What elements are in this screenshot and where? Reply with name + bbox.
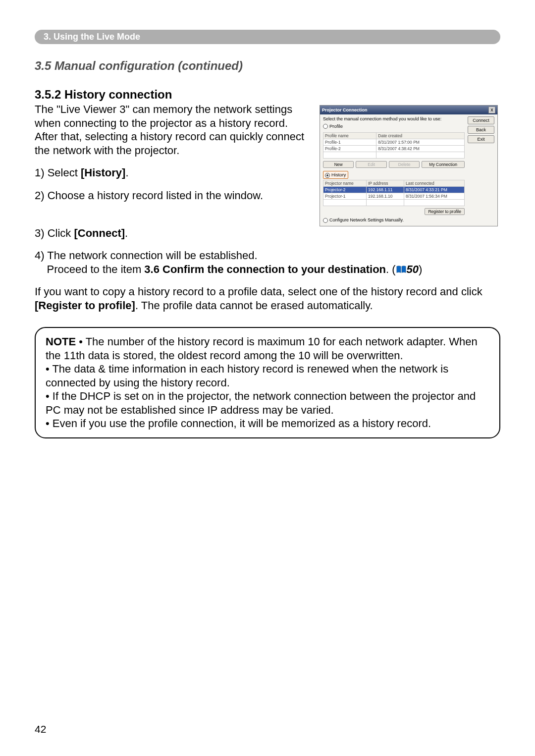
step-3: 3) Click [Connect]. <box>35 226 500 240</box>
radio-history[interactable]: History <box>323 171 348 178</box>
history-header-name: Projector name <box>323 180 367 186</box>
copy-bold: [Register to profile] <box>35 299 135 312</box>
radio-profile-label: Profile <box>329 123 343 129</box>
close-icon[interactable]: x <box>488 107 495 113</box>
book-icon <box>396 265 407 274</box>
radio-icon <box>323 124 328 129</box>
my-connection-button[interactable]: My Connection <box>422 161 465 168</box>
page-number: 42 <box>35 723 46 735</box>
new-button[interactable]: New <box>323 161 354 168</box>
heading: 3.5.2 History connection <box>35 88 500 102</box>
note-box: NOTE • The number of the history record … <box>35 327 500 438</box>
radio-icon <box>323 218 328 223</box>
dialog-titlebar: Projector Connection x <box>320 106 497 114</box>
table-row[interactable]: Projector-1 192.168.1.10 8/31/2007 1:56:… <box>323 193 465 199</box>
page: 3. Using the Live Mode 3.5 Manual config… <box>0 0 535 756</box>
radio-history-label: History <box>331 172 346 177</box>
register-to-profile-button[interactable]: Register to profile <box>425 208 465 215</box>
exit-button[interactable]: Exit <box>468 135 494 143</box>
note-bullet-4: • Even if you use the profile connection… <box>46 417 431 430</box>
note-bullet-3: • If the DHCP is set on in the projector… <box>46 390 476 416</box>
radio-manual[interactable]: Configure Network Settings Manually. <box>323 217 465 223</box>
copy-post: . The profile data cannot be erased auto… <box>135 299 373 312</box>
subtitle: 3.5 Manual configuration (continued) <box>35 59 500 73</box>
delete-button[interactable]: Delete <box>389 161 420 168</box>
copy-pre: If you want to copy a history record to … <box>35 285 482 298</box>
table-row <box>323 152 465 159</box>
table-row[interactable]: Profile-1 8/31/2007 1:57:00 PM <box>323 139 465 146</box>
content-wrap: The "Live Viewer 3" can memory the netwo… <box>35 103 500 226</box>
radio-profile[interactable]: Profile <box>323 123 465 131</box>
screenshot: Projector Connection x Select the manual… <box>320 105 500 226</box>
step-1: 1) Select [History]. <box>35 166 310 180</box>
back-button[interactable]: Back <box>468 126 494 134</box>
section-bar: 3. Using the Live Mode <box>35 30 500 44</box>
fullwidth-text: 3) Click [Connect]. 4) The network conne… <box>35 226 500 313</box>
note-bullet-1: • The number of the history record is ma… <box>46 335 478 362</box>
radio-manual-label: Configure Network Settings Manually. <box>329 217 404 222</box>
profile-table: Profile name Date created Profile-1 8/31… <box>323 132 465 159</box>
history-header-ip: IP address <box>366 180 404 186</box>
dialog-right-buttons: Connect Back Exit <box>468 116 494 223</box>
profile-header-name: Profile name <box>323 133 376 139</box>
step4-line2-bold: 3.6 Confirm the connection to your desti… <box>144 263 386 275</box>
step1-bold: [History] <box>81 166 125 179</box>
dialog-left: Select the manual connection method you … <box>323 116 465 223</box>
copy-paragraph: If you want to copy a history record to … <box>35 285 500 312</box>
step3-pre: 3) Click <box>35 227 74 239</box>
step1-post: . <box>125 166 128 179</box>
dialog-title: Projector Connection <box>322 108 368 112</box>
step4-close: ) <box>419 263 422 275</box>
dialog-prompt: Select the manual connection method you … <box>323 116 465 121</box>
step3-post: . <box>125 227 128 239</box>
step4-ref: 50 <box>407 263 419 275</box>
connect-button[interactable]: Connect <box>468 116 494 124</box>
step-4: 4) The network connection will be establ… <box>35 249 500 276</box>
intro-paragraph: The "Live Viewer 3" can memory the netwo… <box>35 103 310 157</box>
step4-line1: 4) The network connection will be establ… <box>35 249 258 262</box>
step4-line2-pre: Proceed to the item <box>47 263 144 275</box>
dialog: Projector Connection x Select the manual… <box>320 105 498 226</box>
profile-header-date: Date created <box>376 133 465 139</box>
register-row: Register to profile <box>323 208 465 215</box>
note-label: NOTE <box>46 335 76 348</box>
table-row[interactable]: Profile-2 8/31/2007 4:38:42 PM <box>323 146 465 152</box>
step4-line2-post: . ( <box>386 263 396 275</box>
history-header-last: Last connected <box>404 180 465 186</box>
history-table: Projector name IP address Last connected… <box>323 180 465 206</box>
step-2: 2) Choose a history record listed in the… <box>35 189 310 203</box>
step3-bold: [Connect] <box>74 227 125 239</box>
table-row[interactable]: Projector-2 192.168.1.11 8/31/2007 4:33:… <box>323 186 465 193</box>
edit-button[interactable]: Edit <box>356 161 386 168</box>
table-row <box>323 199 465 206</box>
step1-pre: 1) Select <box>35 166 81 179</box>
text-column: The "Live Viewer 3" can memory the netwo… <box>35 103 310 211</box>
radio-icon <box>325 173 330 178</box>
profile-button-row: New Edit Delete My Connection <box>323 161 465 168</box>
note-bullet-2: • The data & time information in each hi… <box>46 363 448 389</box>
dialog-body: Select the manual connection method you … <box>320 114 497 226</box>
